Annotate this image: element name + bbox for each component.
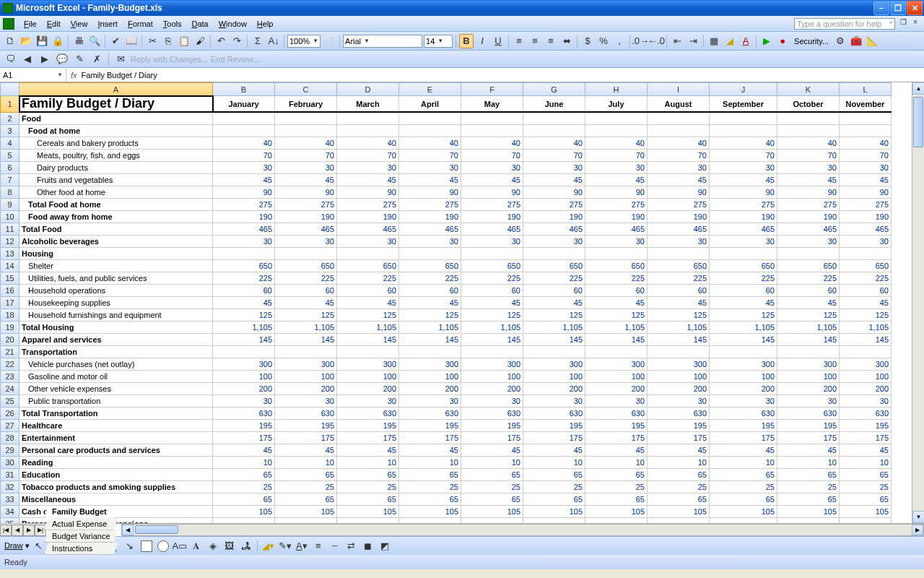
cell-A19[interactable]: Total Housing xyxy=(19,321,213,333)
cell-G27[interactable]: 195 xyxy=(523,419,585,431)
cell-H31[interactable]: 65 xyxy=(585,468,648,480)
cell-C11[interactable]: 465 xyxy=(275,223,337,235)
row-header-20[interactable]: 20 xyxy=(1,333,19,345)
cell-F29[interactable]: 45 xyxy=(461,444,523,456)
diagram-icon[interactable]: ◈ xyxy=(206,539,220,553)
rectangle-icon[interactable] xyxy=(139,539,154,553)
research-icon[interactable]: 📖 xyxy=(124,34,139,48)
cell-C16[interactable]: 60 xyxy=(275,284,337,296)
cell-I5[interactable]: 70 xyxy=(648,149,710,161)
scroll-right-icon[interactable]: ▶ xyxy=(912,525,923,535)
cell-K9[interactable]: 275 xyxy=(777,198,840,210)
cell-D1[interactable]: March xyxy=(337,96,399,113)
cell-D23[interactable]: 100 xyxy=(337,370,399,382)
cell-C5[interactable]: 70 xyxy=(275,149,337,161)
cell-A17[interactable]: Housekeeping supplies xyxy=(19,296,213,309)
cell-J24[interactable]: 200 xyxy=(710,382,777,394)
cell-I11[interactable]: 465 xyxy=(648,223,710,235)
security-button[interactable]: Security... xyxy=(791,37,832,46)
cell-J7[interactable]: 45 xyxy=(710,173,777,186)
cell-D17[interactable]: 45 xyxy=(337,296,399,309)
arrow-icon[interactable]: ↘ xyxy=(123,539,137,553)
cell-D8[interactable]: 90 xyxy=(337,186,399,198)
cell-C3[interactable] xyxy=(275,124,337,137)
cell-H20[interactable]: 145 xyxy=(585,333,648,345)
cell-I34[interactable]: 105 xyxy=(648,505,710,517)
cell-D25[interactable]: 30 xyxy=(337,394,399,407)
fill-color-icon[interactable]: ◢ xyxy=(723,34,737,48)
cell-L1[interactable]: November xyxy=(840,96,892,113)
cell-C27[interactable]: 195 xyxy=(275,419,337,431)
next-comment-icon[interactable]: ▶ xyxy=(38,52,52,66)
paste-icon[interactable]: 📋 xyxy=(177,34,191,48)
cell-C15[interactable]: 225 xyxy=(275,272,337,284)
cell-L33[interactable]: 65 xyxy=(840,493,892,505)
scroll-down-icon[interactable]: ▼ xyxy=(912,511,924,523)
cell-L26[interactable]: 630 xyxy=(840,407,892,419)
cell-G17[interactable]: 45 xyxy=(523,296,585,309)
cell-G7[interactable]: 45 xyxy=(523,173,585,186)
cell-K31[interactable]: 65 xyxy=(777,468,840,480)
cell-E31[interactable]: 65 xyxy=(399,468,461,480)
cell-G32[interactable]: 25 xyxy=(523,480,585,493)
cell-F28[interactable]: 175 xyxy=(461,431,523,444)
cell-E32[interactable]: 25 xyxy=(399,480,461,493)
cell-K34[interactable]: 105 xyxy=(777,505,840,517)
cell-J16[interactable]: 60 xyxy=(710,284,777,296)
cell-I6[interactable]: 30 xyxy=(648,161,710,173)
cell-J25[interactable]: 30 xyxy=(710,394,777,407)
row-header-32[interactable]: 32 xyxy=(1,480,19,493)
print-preview-icon[interactable]: 🔍 xyxy=(87,34,102,48)
cell-I17[interactable]: 45 xyxy=(648,296,710,309)
cell-A18[interactable]: Household furnishings and equipment xyxy=(19,309,213,321)
cell-H8[interactable]: 90 xyxy=(585,186,648,198)
cell-H12[interactable]: 30 xyxy=(585,235,648,247)
cell-E27[interactable]: 195 xyxy=(399,419,461,431)
cell-I12[interactable]: 30 xyxy=(648,235,710,247)
cell-I9[interactable]: 275 xyxy=(648,198,710,210)
cell-K29[interactable]: 45 xyxy=(777,444,840,456)
vscroll-thumb[interactable] xyxy=(913,97,923,147)
cell-L14[interactable]: 650 xyxy=(840,259,892,272)
cell-F31[interactable]: 65 xyxy=(461,468,523,480)
cell-I35[interactable] xyxy=(648,517,710,523)
help-icon[interactable]: ❔ xyxy=(322,34,336,48)
cell-L8[interactable]: 90 xyxy=(840,186,892,198)
cell-J17[interactable]: 45 xyxy=(710,296,777,309)
cell-B20[interactable]: 145 xyxy=(213,333,275,345)
dash-style-icon[interactable]: ┄ xyxy=(328,539,342,553)
cell-E7[interactable]: 45 xyxy=(399,173,461,186)
cell-D7[interactable]: 45 xyxy=(337,173,399,186)
cell-I7[interactable]: 45 xyxy=(648,173,710,186)
cell-J32[interactable]: 25 xyxy=(710,480,777,493)
cell-L13[interactable] xyxy=(840,247,892,259)
cell-G1[interactable]: June xyxy=(523,96,585,113)
cell-J18[interactable]: 125 xyxy=(710,309,777,321)
cell-E13[interactable] xyxy=(399,247,461,259)
cell-B13[interactable] xyxy=(213,247,275,259)
cell-L30[interactable]: 10 xyxy=(840,456,892,468)
cell-J3[interactable] xyxy=(710,124,777,137)
cell-A28[interactable]: Entertainment xyxy=(19,431,213,444)
cell-H14[interactable]: 650 xyxy=(585,259,648,272)
col-header-K[interactable]: K xyxy=(777,83,840,96)
cell-D28[interactable]: 175 xyxy=(337,431,399,444)
cell-B3[interactable] xyxy=(213,124,275,137)
cell-D14[interactable]: 650 xyxy=(337,259,399,272)
spelling-icon[interactable]: ✔ xyxy=(108,34,123,48)
cell-F26[interactable]: 630 xyxy=(461,407,523,419)
cell-D31[interactable]: 65 xyxy=(337,468,399,480)
cell-E5[interactable]: 70 xyxy=(399,149,461,161)
cell-L16[interactable]: 60 xyxy=(840,284,892,296)
cell-H2[interactable] xyxy=(585,112,648,124)
cell-L25[interactable]: 30 xyxy=(840,394,892,407)
record-macro-icon[interactable]: ● xyxy=(775,34,790,48)
mdi-restore-button[interactable]: ❐ xyxy=(897,16,909,27)
cell-J13[interactable] xyxy=(710,247,777,259)
cell-E15[interactable]: 225 xyxy=(399,272,461,284)
menu-data[interactable]: Data xyxy=(186,18,213,30)
cell-H16[interactable]: 60 xyxy=(585,284,648,296)
scroll-up-icon[interactable]: ▲ xyxy=(912,82,924,95)
redo-icon[interactable]: ↷ xyxy=(230,34,244,48)
cell-A11[interactable]: Total Food xyxy=(19,223,213,235)
